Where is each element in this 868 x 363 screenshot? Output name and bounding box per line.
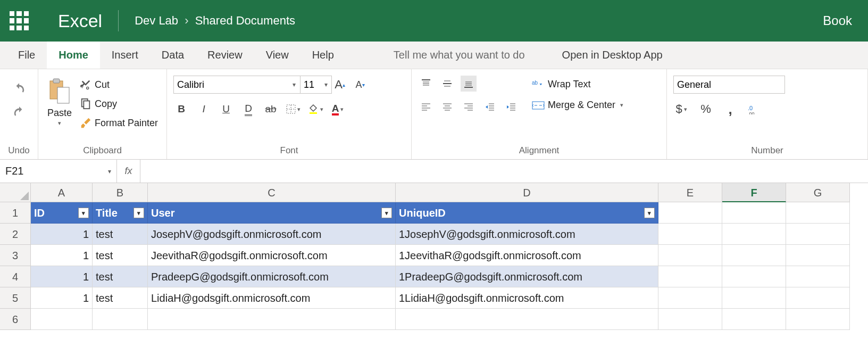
cell[interactable] — [658, 309, 722, 330]
cell[interactable]: test — [93, 287, 148, 309]
copy-button[interactable]: Copy — [78, 97, 160, 111]
cell[interactable] — [658, 287, 722, 309]
table-header-cell[interactable]: ID▾ — [31, 202, 93, 224]
cell[interactable] — [396, 309, 658, 330]
column-header[interactable]: B — [93, 183, 148, 202]
cell[interactable] — [786, 224, 850, 245]
cell[interactable]: test — [93, 224, 148, 245]
cell[interactable] — [31, 309, 93, 330]
filter-dropdown-icon[interactable]: ▾ — [644, 208, 655, 218]
column-header[interactable]: A — [31, 183, 93, 202]
cell[interactable] — [722, 309, 786, 330]
font-color-button[interactable]: A — [330, 101, 346, 117]
tab-home[interactable]: Home — [47, 42, 100, 69]
cell[interactable] — [786, 202, 850, 224]
cell[interactable]: test — [93, 245, 148, 266]
align-left-button[interactable] — [418, 99, 434, 115]
tab-help[interactable]: Help — [301, 42, 346, 69]
tab-file[interactable]: File — [6, 42, 47, 69]
column-header-selected[interactable]: F — [722, 183, 786, 202]
cell[interactable]: 1JosephV@godsgift.onmicrosoft.com — [396, 224, 658, 245]
row-header[interactable]: 2 — [0, 224, 31, 245]
cell[interactable] — [722, 266, 786, 287]
row-header[interactable]: 3 — [0, 245, 31, 266]
tell-me-search[interactable]: Tell me what you want to do — [394, 49, 525, 61]
breadcrumb[interactable]: Dev Lab › Shared Documents — [135, 14, 295, 28]
cell[interactable] — [722, 245, 786, 266]
shrink-font-button[interactable]: A▾ — [352, 77, 368, 93]
table-header-cell[interactable]: User▾ — [148, 202, 396, 224]
font-size-select[interactable] — [300, 76, 332, 94]
cell[interactable] — [722, 224, 786, 245]
decrease-indent-button[interactable] — [482, 99, 498, 115]
undo-icon[interactable] — [12, 82, 26, 96]
document-name[interactable]: Book — [823, 13, 852, 28]
cell[interactable]: 1PradeepG@godsgift.onmicrosoft.com — [396, 266, 658, 287]
cut-button[interactable]: Cut — [78, 78, 160, 92]
cell[interactable]: 1 — [31, 287, 93, 309]
comma-format-button[interactable]: , — [722, 101, 738, 117]
italic-button[interactable]: I — [196, 101, 212, 117]
cell[interactable] — [722, 287, 786, 309]
filter-dropdown-icon[interactable]: ▾ — [133, 208, 144, 218]
breadcrumb-item[interactable]: Shared Documents — [195, 14, 295, 27]
app-launcher-icon[interactable] — [10, 11, 29, 30]
tab-view[interactable]: View — [254, 42, 301, 69]
tab-data[interactable]: Data — [150, 42, 196, 69]
column-header[interactable]: C — [148, 183, 396, 202]
cell[interactable]: 1 — [31, 245, 93, 266]
column-header[interactable]: G — [786, 183, 850, 202]
filter-dropdown-icon[interactable]: ▾ — [78, 208, 89, 218]
cell[interactable] — [722, 202, 786, 224]
row-header[interactable]: 6 — [0, 309, 31, 330]
cell[interactable]: 1LidiaH@godsgift.onmicrosoft.com — [396, 287, 658, 309]
breadcrumb-item[interactable]: Dev Lab — [135, 14, 178, 27]
cell[interactable]: 1JeevithaR@godsgift.onmicrosoft.com — [396, 245, 658, 266]
name-box[interactable]: F21 ▾ — [0, 160, 117, 183]
cell[interactable] — [786, 309, 850, 330]
double-underline-button[interactable]: D — [240, 101, 256, 117]
paste-button[interactable]: Paste ▾ — [45, 76, 74, 128]
cell[interactable]: JosephV@godsgift.onmicrosoft.com — [148, 224, 396, 245]
tab-review[interactable]: Review — [196, 42, 254, 69]
percent-format-button[interactable]: % — [698, 101, 714, 117]
underline-button[interactable]: U — [218, 101, 234, 117]
open-in-desktop-button[interactable]: Open in Desktop App — [562, 49, 663, 61]
tab-insert[interactable]: Insert — [100, 42, 150, 69]
cell[interactable] — [658, 245, 722, 266]
cell[interactable] — [148, 309, 396, 330]
row-header[interactable]: 4 — [0, 266, 31, 287]
cell[interactable]: 1 — [31, 224, 93, 245]
select-all-corner[interactable] — [0, 183, 31, 202]
row-header[interactable]: 5 — [0, 287, 31, 309]
cell[interactable]: JeevithaR@godsgift.onmicrosoft.com — [148, 245, 396, 266]
align-center-button[interactable] — [439, 99, 455, 115]
column-header[interactable]: D — [396, 183, 658, 202]
cell[interactable]: test — [93, 266, 148, 287]
font-name-select[interactable] — [173, 76, 301, 94]
bold-button[interactable]: B — [173, 101, 189, 117]
table-header-cell[interactable]: Title▾ — [93, 202, 148, 224]
cell[interactable] — [786, 266, 850, 287]
format-painter-button[interactable]: Format Painter — [78, 116, 160, 130]
cell[interactable] — [658, 266, 722, 287]
cell[interactable] — [786, 245, 850, 266]
strikethrough-button[interactable]: ab — [263, 101, 279, 117]
table-header-cell[interactable]: UniqueID▾ — [396, 202, 658, 224]
wrap-text-button[interactable]: ab Wrap Text — [530, 78, 625, 91]
cell[interactable]: PradeepG@godsgift.onmicrosoft.com — [148, 266, 396, 287]
cell[interactable] — [658, 224, 722, 245]
cell[interactable]: LidiaH@godsgift.onmicrosoft.com — [148, 287, 396, 309]
row-header[interactable]: 1 — [0, 202, 31, 224]
spreadsheet-grid[interactable]: A B C D E F G 1 ID▾ Title▾ User▾ UniqueI… — [0, 183, 868, 330]
align-bottom-button[interactable] — [461, 76, 477, 92]
formula-input[interactable] — [140, 160, 868, 183]
fill-color-button[interactable] — [307, 101, 323, 117]
accounting-format-button[interactable]: $ — [673, 101, 689, 117]
cell[interactable] — [786, 287, 850, 309]
filter-dropdown-icon[interactable]: ▾ — [381, 208, 392, 218]
increase-decimal-button[interactable]: .0.00 — [747, 101, 763, 117]
redo-icon[interactable] — [12, 105, 26, 119]
increase-indent-button[interactable] — [503, 99, 519, 115]
borders-button[interactable] — [285, 101, 301, 117]
